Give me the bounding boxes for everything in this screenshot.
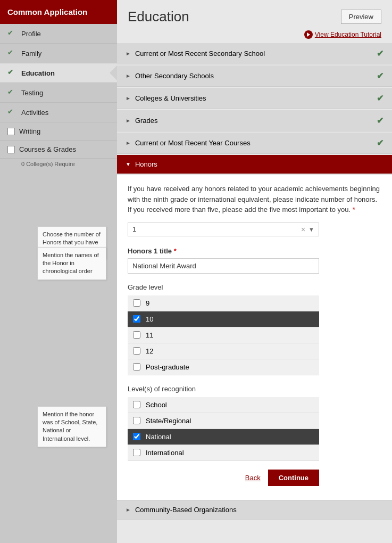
recognition-national-label: National <box>146 433 171 441</box>
accordion-row-courses[interactable]: ► Current or Most Recent Year Courses ✔ <box>117 133 392 154</box>
sidebar-item-profile[interactable]: ✔ Profile <box>0 24 117 44</box>
accordion-label-honors: Honors <box>135 160 383 168</box>
grade-9-row[interactable]: 9 <box>128 295 319 311</box>
required-star-title: * <box>174 247 177 255</box>
recognition-options: School State/Regional National Internati… <box>128 397 381 461</box>
accordion-row-secondary[interactable]: ► Current or Most Recent Secondary Schoo… <box>117 43 392 64</box>
action-row: Back Continue <box>128 461 319 491</box>
accordion-colleges[interactable]: ► Colleges & Universities ✔ <box>117 88 392 109</box>
grade-pg-checkbox[interactable] <box>133 363 140 371</box>
recognition-international-row[interactable]: International <box>128 445 319 461</box>
accordion-row-community[interactable]: ► Community-Based Organizations <box>117 500 392 520</box>
recognition-school-checkbox[interactable] <box>133 401 140 408</box>
recognition-school-row[interactable]: School <box>128 397 319 413</box>
recognition-international-checkbox[interactable] <box>133 449 140 456</box>
recognition-school-label: School <box>146 401 167 409</box>
sidebar-item-label-testing: Testing <box>21 89 43 97</box>
continue-button[interactable]: Continue <box>268 470 319 486</box>
other-secondary-check-icon: ✔ <box>377 71 383 81</box>
sidebar-item-label-profile: Profile <box>21 30 41 38</box>
grade-pg-label: Post-graduate <box>146 363 189 371</box>
sidebar-courses-sub: 0 College(s) Require <box>0 159 117 169</box>
accordion-row-grades[interactable]: ► Grades ✔ <box>117 110 392 131</box>
chevron-down-icon-select[interactable]: ▼ <box>308 226 314 233</box>
main-header: Education Preview <box>117 0 392 30</box>
accordion-grades[interactable]: ► Grades ✔ <box>117 110 392 131</box>
sidebar-item-testing[interactable]: ✔ Testing <box>0 83 117 103</box>
grade-level-options: 9 10 11 12 Post-graduate <box>128 295 381 375</box>
grade-10-row[interactable]: 10 <box>128 311 319 327</box>
chevron-right-icon-3: ► <box>126 95 131 101</box>
preview-button[interactable]: Preview <box>341 10 381 24</box>
grade-10-label: 10 <box>146 315 153 323</box>
accordion-honors[interactable]: ▼ Honors <box>117 155 392 174</box>
grade-pg-row[interactable]: Post-graduate <box>128 359 319 375</box>
grade-12-label: 12 <box>146 347 153 355</box>
sidebar-item-label-family: Family <box>21 50 41 57</box>
sidebar-item-education[interactable]: ✔ Education <box>0 63 117 83</box>
writing-checkbox-icon <box>7 128 15 135</box>
grade-12-row[interactable]: 12 <box>128 343 319 359</box>
grade-11-checkbox[interactable] <box>133 331 140 339</box>
recognition-state-row[interactable]: State/Regional <box>128 413 319 429</box>
courses-check-icon-2: ✔ <box>377 138 383 148</box>
recognition-label: Level(s) of recognition <box>128 385 381 393</box>
grade-level-label: Grade level <box>128 283 381 291</box>
chevron-down-icon: ▼ <box>126 161 131 167</box>
tutorial-link-row: View Education Tutorial <box>117 30 392 43</box>
grade-9-label: 9 <box>146 299 149 307</box>
sidebar-item-family[interactable]: ✔ Family <box>0 44 117 63</box>
play-icon <box>304 30 313 39</box>
testing-check-icon: ✔ <box>7 88 17 97</box>
honors-count-select[interactable]: 1 × ▼ <box>128 223 319 236</box>
grades-check-icon: ✔ <box>377 116 383 126</box>
courses-checkbox-icon <box>7 146 15 153</box>
back-link[interactable]: Back <box>245 474 261 482</box>
accordion-other-secondary[interactable]: ► Other Secondary Schools ✔ <box>117 65 392 87</box>
select-clear-icon[interactable]: × <box>301 225 305 234</box>
grade-10-checkbox[interactable] <box>133 315 140 323</box>
sidebar-item-courses-grades[interactable]: Courses & Grades <box>0 141 117 159</box>
profile-check-icon: ✔ <box>7 29 17 38</box>
page-title: Education <box>128 9 189 25</box>
chevron-right-icon-5: ► <box>126 140 131 146</box>
education-check-icon: ✔ <box>7 68 17 78</box>
select-value: 1 <box>132 225 301 233</box>
accordion-label-secondary: Current or Most Recent Secondary School <box>135 50 377 57</box>
accordion-label-courses: Current or Most Recent Year Courses <box>135 139 377 147</box>
recognition-national-checkbox[interactable] <box>133 433 140 440</box>
recognition-international-label: International <box>146 449 184 457</box>
accordion-courses[interactable]: ► Current or Most Recent Year Courses ✔ <box>117 133 392 154</box>
accordion-label-community: Community-Based Organizations <box>135 506 383 514</box>
bottom-accordion-community[interactable]: ► Community-Based Organizations <box>117 500 392 520</box>
sidebar-item-label-activities: Activities <box>21 109 48 117</box>
recognition-state-label: State/Regional <box>146 417 191 425</box>
accordion-row-honors[interactable]: ▼ Honors <box>117 155 392 174</box>
tooltip-title: Mention the names of the Honor in chrono… <box>37 247 106 280</box>
accordion-row-other-secondary[interactable]: ► Other Secondary Schools ✔ <box>117 65 392 87</box>
activities-check-icon: ✔ <box>7 108 17 117</box>
recognition-state-checkbox[interactable] <box>133 417 140 424</box>
grade-11-label: 11 <box>146 331 153 339</box>
grade-9-checkbox[interactable] <box>133 299 140 307</box>
sidebar-header: Common Application <box>0 0 117 24</box>
chevron-right-icon-4: ► <box>126 118 131 124</box>
sidebar-item-label-writing: Writing <box>19 127 40 135</box>
accordion-secondary[interactable]: ► Current or Most Recent Secondary Schoo… <box>117 43 392 64</box>
sidebar-item-writing[interactable]: Writing <box>0 122 117 141</box>
accordion-label-grades: Grades <box>135 117 377 125</box>
recognition-national-row[interactable]: National <box>128 429 319 445</box>
accordion-row-colleges[interactable]: ► Colleges & Universities ✔ <box>117 88 392 109</box>
family-check-icon: ✔ <box>7 48 17 58</box>
honors-title-input[interactable] <box>128 258 319 274</box>
accordion-label-colleges: Colleges & Universities <box>135 94 377 102</box>
grade-11-row[interactable]: 11 <box>128 327 319 343</box>
sidebar-item-activities[interactable]: ✔ Activities <box>0 103 117 122</box>
honors-title-label: Honors 1 title * <box>128 247 381 255</box>
tutorial-link[interactable]: View Education Tutorial <box>315 31 381 38</box>
honors-content: Choose the number of Honors that you hav… <box>117 175 392 500</box>
grade-12-checkbox[interactable] <box>133 347 140 355</box>
secondary-check-icon: ✔ <box>377 48 383 59</box>
main-content: Education Preview View Education Tutoria… <box>117 0 392 543</box>
sidebar-item-label-courses: Courses & Grades <box>19 145 76 153</box>
